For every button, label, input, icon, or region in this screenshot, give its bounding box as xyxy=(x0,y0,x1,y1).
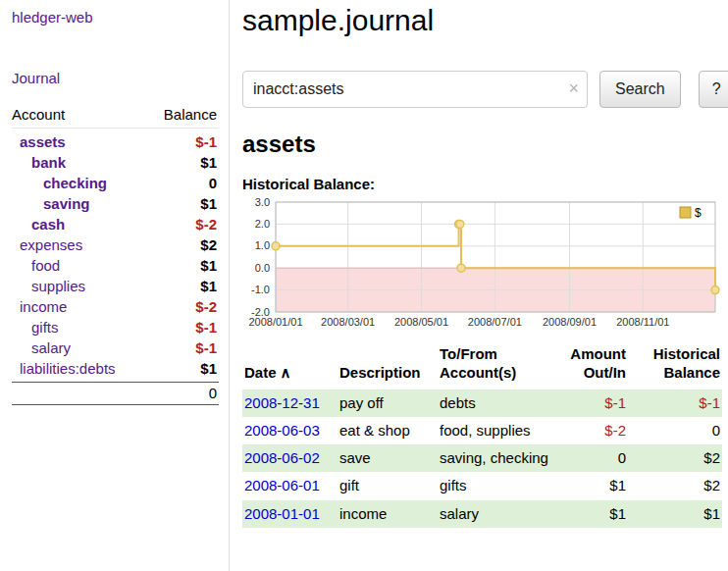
account-link[interactable]: checking xyxy=(12,175,107,191)
accounts-col-account-label: Account xyxy=(12,106,65,123)
account-link[interactable]: income xyxy=(12,298,67,315)
transaction-date-cell: 2008-06-01 xyxy=(242,472,338,499)
account-balance: $-2 xyxy=(195,216,217,233)
help-button[interactable]: ? xyxy=(699,71,728,108)
transaction-date-link[interactable]: 2008-12-31 xyxy=(244,394,320,411)
sidebar: hledger-web Journal Account Balance asse… xyxy=(0,0,230,571)
account-link[interactable]: cash xyxy=(12,216,65,233)
svg-text:2008/01/01: 2008/01/01 xyxy=(248,316,302,328)
account-row: expenses$2 xyxy=(12,234,219,255)
transaction-description: save xyxy=(338,444,438,472)
account-link[interactable]: supplies xyxy=(12,278,85,294)
accounts-total-row: 0 xyxy=(12,382,219,405)
transaction-accounts: saving, checking xyxy=(438,444,559,472)
svg-text:2008/03/01: 2008/03/01 xyxy=(321,316,375,328)
account-link[interactable]: liabilities:debts xyxy=(12,360,116,377)
transaction-balance: $2 xyxy=(628,472,722,499)
transaction-accounts: salary xyxy=(438,500,559,528)
transaction-balance: $2 xyxy=(628,444,722,472)
col-header-date[interactable]: Date∧ xyxy=(242,345,338,389)
svg-text:2008/07/01: 2008/07/01 xyxy=(468,316,522,328)
transaction-date-cell: 2008-06-02 xyxy=(242,444,338,472)
accounts-header: Account Balance xyxy=(12,106,219,129)
account-row: checking0 xyxy=(12,173,219,193)
register-row: 2008-01-01incomesalary$1$1 xyxy=(242,500,722,528)
account-row: food$1 xyxy=(12,255,219,276)
svg-text:2008/11/01: 2008/11/01 xyxy=(616,316,669,328)
transaction-amount: $-1 xyxy=(559,389,628,417)
app-title-link[interactable]: hledger-web xyxy=(12,9,219,26)
transaction-accounts: debts xyxy=(438,389,559,417)
account-row: gifts$-1 xyxy=(12,317,219,337)
page-title: sample.journal xyxy=(242,4,728,37)
transaction-amount: $-2 xyxy=(559,417,628,444)
nav-journal-link[interactable]: Journal xyxy=(12,70,219,86)
account-balance: $-1 xyxy=(195,133,217,150)
account-balance: $1 xyxy=(200,154,217,171)
col-header-description: Description xyxy=(338,345,438,389)
account-link[interactable]: food xyxy=(12,257,60,274)
account-link[interactable]: assets xyxy=(12,133,66,150)
account-balance: $-1 xyxy=(195,339,217,356)
search-input[interactable] xyxy=(242,71,588,108)
search-box: × xyxy=(242,71,588,108)
accounts-panel: Account Balance assets$-1bank$1checking0… xyxy=(12,106,219,405)
search-button[interactable]: Search xyxy=(599,71,681,108)
svg-text:$: $ xyxy=(695,206,702,220)
account-link[interactable]: saving xyxy=(12,195,90,212)
register-row: 2008-06-01giftgifts$1$2 xyxy=(242,472,722,499)
account-row: liabilities:debts$1 xyxy=(12,358,219,379)
register-row: 2008-06-02savesaving, checking0$2 xyxy=(242,444,722,472)
main-content: sample.journal × Search ? assets Histori… xyxy=(230,0,728,571)
col-header-balance: Historical Balance xyxy=(628,345,722,389)
transaction-amount: $1 xyxy=(559,472,628,499)
account-balance: $1 xyxy=(200,278,217,294)
transaction-accounts: gifts xyxy=(438,472,559,499)
historical-balance-chart: 3.02.01.00.0-1.0-2.02008/01/012008/03/01… xyxy=(242,196,721,334)
transaction-amount: 0 xyxy=(559,444,628,472)
account-balance: $1 xyxy=(200,257,217,274)
account-balance: $-2 xyxy=(195,298,217,315)
transaction-date-link[interactable]: 2008-06-02 xyxy=(244,449,320,466)
transaction-date-link[interactable]: 2008-01-01 xyxy=(244,505,320,522)
svg-text:3.0: 3.0 xyxy=(255,196,270,208)
account-balance: $2 xyxy=(200,236,217,253)
transaction-description: gift xyxy=(338,472,438,499)
col-header-date-label: Date xyxy=(244,364,277,381)
transaction-balance: $-1 xyxy=(628,389,722,417)
accounts-col-balance-label: Balance xyxy=(164,106,217,123)
hledger-web-app: hledger-web Journal Account Balance asse… xyxy=(0,0,728,571)
search-form: × Search ? xyxy=(242,71,728,108)
account-balance: $-1 xyxy=(195,319,217,336)
chart-heading: Historical Balance: xyxy=(242,176,728,192)
accounts-list: assets$-1bank$1checking0saving$1cash$-2e… xyxy=(12,129,219,379)
sort-ascending-icon: ∧ xyxy=(281,364,291,381)
register-table: Date∧ Description To/From Account(s) Amo… xyxy=(242,345,722,528)
transaction-date-cell: 2008-06-03 xyxy=(242,417,338,444)
transaction-description: pay off xyxy=(338,389,438,417)
transaction-description: income xyxy=(338,500,438,528)
accounts-total-value: 0 xyxy=(209,385,217,401)
svg-text:2.0: 2.0 xyxy=(255,218,270,230)
register-header-row: Date∧ Description To/From Account(s) Amo… xyxy=(242,345,722,389)
transaction-balance: 0 xyxy=(628,417,722,444)
account-row: cash$-2 xyxy=(12,214,219,234)
clear-search-icon[interactable]: × xyxy=(568,78,579,100)
account-balance: $1 xyxy=(200,360,217,377)
account-row: salary$-1 xyxy=(12,337,219,358)
col-header-accounts: To/From Account(s) xyxy=(438,345,559,389)
transaction-amount: $1 xyxy=(559,500,628,528)
transaction-date-link[interactable]: 2008-06-03 xyxy=(244,422,320,439)
account-row: income$-2 xyxy=(12,296,219,317)
svg-text:2008/05/01: 2008/05/01 xyxy=(394,316,448,328)
account-link[interactable]: gifts xyxy=(12,319,59,336)
account-link[interactable]: expenses xyxy=(12,236,82,253)
account-balance: $1 xyxy=(200,195,217,212)
transaction-balance: $1 xyxy=(628,500,722,528)
account-link[interactable]: bank xyxy=(12,154,66,171)
transaction-accounts: food, supplies xyxy=(438,417,559,444)
register-row: 2008-06-03eat & shopfood, supplies$-20 xyxy=(242,417,722,444)
transaction-date-link[interactable]: 2008-06-01 xyxy=(244,477,320,493)
account-link[interactable]: salary xyxy=(12,339,71,356)
transaction-date-cell: 2008-12-31 xyxy=(242,389,338,417)
